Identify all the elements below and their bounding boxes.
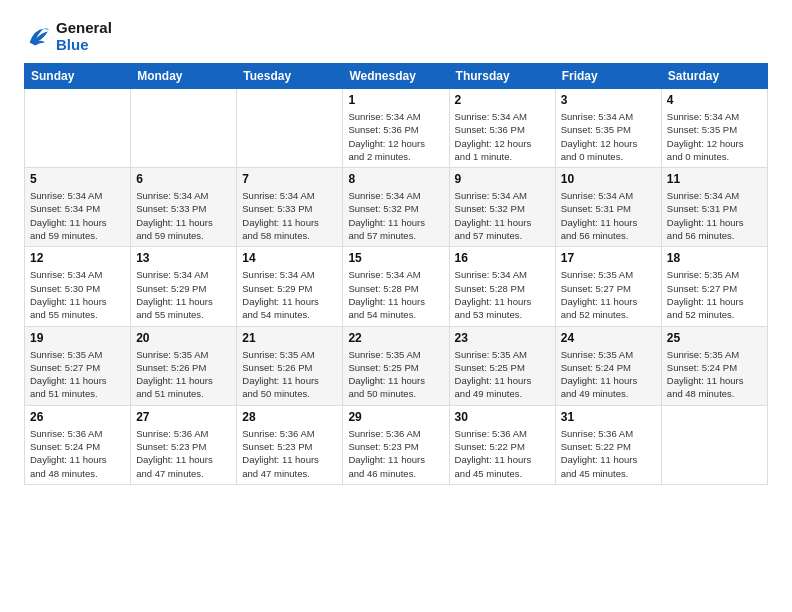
day-number: 18 bbox=[667, 251, 762, 265]
calendar-cell: 24Sunrise: 5:35 AM Sunset: 5:24 PM Dayli… bbox=[555, 326, 661, 405]
calendar-cell: 5Sunrise: 5:34 AM Sunset: 5:34 PM Daylig… bbox=[25, 168, 131, 247]
day-number: 20 bbox=[136, 331, 231, 345]
week-row-5: 26Sunrise: 5:36 AM Sunset: 5:24 PM Dayli… bbox=[25, 405, 768, 484]
day-info: Sunrise: 5:36 AM Sunset: 5:23 PM Dayligh… bbox=[136, 427, 231, 480]
day-number: 9 bbox=[455, 172, 550, 186]
calendar-cell: 25Sunrise: 5:35 AM Sunset: 5:24 PM Dayli… bbox=[661, 326, 767, 405]
calendar-cell bbox=[131, 89, 237, 168]
logo-text: General Blue bbox=[56, 20, 112, 53]
day-number: 28 bbox=[242, 410, 337, 424]
calendar-cell: 29Sunrise: 5:36 AM Sunset: 5:23 PM Dayli… bbox=[343, 405, 449, 484]
calendar-cell: 26Sunrise: 5:36 AM Sunset: 5:24 PM Dayli… bbox=[25, 405, 131, 484]
page-header: General Blue bbox=[24, 20, 768, 53]
day-number: 14 bbox=[242, 251, 337, 265]
weekday-header-friday: Friday bbox=[555, 64, 661, 89]
calendar-cell: 27Sunrise: 5:36 AM Sunset: 5:23 PM Dayli… bbox=[131, 405, 237, 484]
calendar-cell bbox=[661, 405, 767, 484]
calendar-cell: 17Sunrise: 5:35 AM Sunset: 5:27 PM Dayli… bbox=[555, 247, 661, 326]
day-info: Sunrise: 5:34 AM Sunset: 5:36 PM Dayligh… bbox=[348, 110, 443, 163]
day-info: Sunrise: 5:34 AM Sunset: 5:31 PM Dayligh… bbox=[667, 189, 762, 242]
calendar-cell bbox=[237, 89, 343, 168]
calendar-cell: 1Sunrise: 5:34 AM Sunset: 5:36 PM Daylig… bbox=[343, 89, 449, 168]
day-info: Sunrise: 5:36 AM Sunset: 5:23 PM Dayligh… bbox=[348, 427, 443, 480]
day-number: 5 bbox=[30, 172, 125, 186]
calendar-cell: 31Sunrise: 5:36 AM Sunset: 5:22 PM Dayli… bbox=[555, 405, 661, 484]
day-info: Sunrise: 5:36 AM Sunset: 5:24 PM Dayligh… bbox=[30, 427, 125, 480]
day-number: 10 bbox=[561, 172, 656, 186]
calendar-cell: 3Sunrise: 5:34 AM Sunset: 5:35 PM Daylig… bbox=[555, 89, 661, 168]
day-info: Sunrise: 5:34 AM Sunset: 5:33 PM Dayligh… bbox=[242, 189, 337, 242]
day-info: Sunrise: 5:35 AM Sunset: 5:25 PM Dayligh… bbox=[348, 348, 443, 401]
day-number: 25 bbox=[667, 331, 762, 345]
day-info: Sunrise: 5:35 AM Sunset: 5:25 PM Dayligh… bbox=[455, 348, 550, 401]
day-info: Sunrise: 5:34 AM Sunset: 5:35 PM Dayligh… bbox=[561, 110, 656, 163]
calendar-cell: 4Sunrise: 5:34 AM Sunset: 5:35 PM Daylig… bbox=[661, 89, 767, 168]
logo-icon bbox=[24, 23, 52, 51]
calendar-cell: 16Sunrise: 5:34 AM Sunset: 5:28 PM Dayli… bbox=[449, 247, 555, 326]
day-info: Sunrise: 5:36 AM Sunset: 5:22 PM Dayligh… bbox=[455, 427, 550, 480]
day-number: 13 bbox=[136, 251, 231, 265]
day-number: 24 bbox=[561, 331, 656, 345]
calendar-cell: 22Sunrise: 5:35 AM Sunset: 5:25 PM Dayli… bbox=[343, 326, 449, 405]
calendar-cell: 11Sunrise: 5:34 AM Sunset: 5:31 PM Dayli… bbox=[661, 168, 767, 247]
week-row-2: 5Sunrise: 5:34 AM Sunset: 5:34 PM Daylig… bbox=[25, 168, 768, 247]
week-row-3: 12Sunrise: 5:34 AM Sunset: 5:30 PM Dayli… bbox=[25, 247, 768, 326]
week-row-4: 19Sunrise: 5:35 AM Sunset: 5:27 PM Dayli… bbox=[25, 326, 768, 405]
calendar-cell: 14Sunrise: 5:34 AM Sunset: 5:29 PM Dayli… bbox=[237, 247, 343, 326]
weekday-header-wednesday: Wednesday bbox=[343, 64, 449, 89]
day-info: Sunrise: 5:34 AM Sunset: 5:34 PM Dayligh… bbox=[30, 189, 125, 242]
day-number: 21 bbox=[242, 331, 337, 345]
calendar-cell: 18Sunrise: 5:35 AM Sunset: 5:27 PM Dayli… bbox=[661, 247, 767, 326]
day-info: Sunrise: 5:35 AM Sunset: 5:24 PM Dayligh… bbox=[561, 348, 656, 401]
day-info: Sunrise: 5:34 AM Sunset: 5:32 PM Dayligh… bbox=[348, 189, 443, 242]
day-info: Sunrise: 5:34 AM Sunset: 5:28 PM Dayligh… bbox=[348, 268, 443, 321]
day-number: 16 bbox=[455, 251, 550, 265]
weekday-header-saturday: Saturday bbox=[661, 64, 767, 89]
day-info: Sunrise: 5:34 AM Sunset: 5:30 PM Dayligh… bbox=[30, 268, 125, 321]
day-number: 2 bbox=[455, 93, 550, 107]
day-info: Sunrise: 5:34 AM Sunset: 5:28 PM Dayligh… bbox=[455, 268, 550, 321]
calendar-cell: 7Sunrise: 5:34 AM Sunset: 5:33 PM Daylig… bbox=[237, 168, 343, 247]
calendar-cell: 13Sunrise: 5:34 AM Sunset: 5:29 PM Dayli… bbox=[131, 247, 237, 326]
calendar-cell: 30Sunrise: 5:36 AM Sunset: 5:22 PM Dayli… bbox=[449, 405, 555, 484]
day-number: 1 bbox=[348, 93, 443, 107]
day-number: 8 bbox=[348, 172, 443, 186]
calendar-cell: 2Sunrise: 5:34 AM Sunset: 5:36 PM Daylig… bbox=[449, 89, 555, 168]
weekday-header-thursday: Thursday bbox=[449, 64, 555, 89]
day-number: 17 bbox=[561, 251, 656, 265]
calendar-cell: 6Sunrise: 5:34 AM Sunset: 5:33 PM Daylig… bbox=[131, 168, 237, 247]
day-number: 15 bbox=[348, 251, 443, 265]
calendar-cell bbox=[25, 89, 131, 168]
day-number: 7 bbox=[242, 172, 337, 186]
week-row-1: 1Sunrise: 5:34 AM Sunset: 5:36 PM Daylig… bbox=[25, 89, 768, 168]
day-number: 12 bbox=[30, 251, 125, 265]
day-number: 6 bbox=[136, 172, 231, 186]
logo: General Blue bbox=[24, 20, 112, 53]
day-number: 26 bbox=[30, 410, 125, 424]
day-info: Sunrise: 5:35 AM Sunset: 5:27 PM Dayligh… bbox=[561, 268, 656, 321]
day-number: 31 bbox=[561, 410, 656, 424]
day-number: 4 bbox=[667, 93, 762, 107]
day-info: Sunrise: 5:35 AM Sunset: 5:26 PM Dayligh… bbox=[136, 348, 231, 401]
calendar-cell: 9Sunrise: 5:34 AM Sunset: 5:32 PM Daylig… bbox=[449, 168, 555, 247]
day-number: 30 bbox=[455, 410, 550, 424]
calendar-cell: 12Sunrise: 5:34 AM Sunset: 5:30 PM Dayli… bbox=[25, 247, 131, 326]
calendar-cell: 21Sunrise: 5:35 AM Sunset: 5:26 PM Dayli… bbox=[237, 326, 343, 405]
weekday-header-monday: Monday bbox=[131, 64, 237, 89]
day-info: Sunrise: 5:35 AM Sunset: 5:24 PM Dayligh… bbox=[667, 348, 762, 401]
day-number: 27 bbox=[136, 410, 231, 424]
weekday-header-sunday: Sunday bbox=[25, 64, 131, 89]
day-info: Sunrise: 5:35 AM Sunset: 5:26 PM Dayligh… bbox=[242, 348, 337, 401]
weekday-header-tuesday: Tuesday bbox=[237, 64, 343, 89]
day-info: Sunrise: 5:36 AM Sunset: 5:22 PM Dayligh… bbox=[561, 427, 656, 480]
day-number: 29 bbox=[348, 410, 443, 424]
day-info: Sunrise: 5:35 AM Sunset: 5:27 PM Dayligh… bbox=[667, 268, 762, 321]
day-info: Sunrise: 5:34 AM Sunset: 5:31 PM Dayligh… bbox=[561, 189, 656, 242]
day-number: 19 bbox=[30, 331, 125, 345]
day-info: Sunrise: 5:34 AM Sunset: 5:29 PM Dayligh… bbox=[136, 268, 231, 321]
calendar-cell: 8Sunrise: 5:34 AM Sunset: 5:32 PM Daylig… bbox=[343, 168, 449, 247]
day-info: Sunrise: 5:34 AM Sunset: 5:29 PM Dayligh… bbox=[242, 268, 337, 321]
day-number: 3 bbox=[561, 93, 656, 107]
calendar: SundayMondayTuesdayWednesdayThursdayFrid… bbox=[24, 63, 768, 485]
day-info: Sunrise: 5:36 AM Sunset: 5:23 PM Dayligh… bbox=[242, 427, 337, 480]
